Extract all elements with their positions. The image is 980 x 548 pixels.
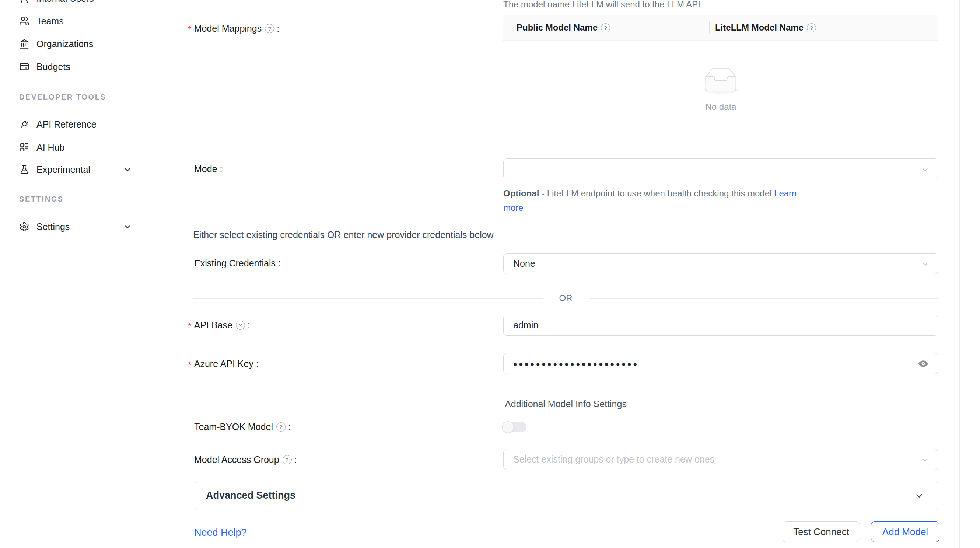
help-circle-icon[interactable]: ? bbox=[283, 455, 292, 464]
sidebar-item-label: Organizations bbox=[37, 39, 93, 49]
sidebar-item-ai-hub[interactable]: AI Hub bbox=[0, 136, 178, 159]
mode-label: Mode : bbox=[194, 163, 223, 175]
gear-icon bbox=[19, 221, 29, 232]
additional-info-divider-text: Additional Model Info Settings bbox=[505, 399, 627, 409]
flask-icon bbox=[19, 164, 29, 175]
user-icon bbox=[19, 0, 29, 4]
azure-api-key-input[interactable]: •••••••••••••••••••••• bbox=[503, 353, 939, 374]
table-header-litellm-model-name: LiteLLM Model Name ? bbox=[709, 22, 816, 33]
no-data-text: No data bbox=[705, 102, 736, 112]
model-mappings-table: Public Model Name ? LiteLLM Model Name ? bbox=[503, 15, 939, 142]
sidebar-item-experimental[interactable]: Experimental bbox=[0, 158, 178, 181]
toggle-knob bbox=[502, 421, 514, 433]
content-right-divider bbox=[959, 0, 960, 548]
sidebar-item-budgets[interactable]: Budgets bbox=[0, 55, 178, 78]
or-divider: OR bbox=[193, 293, 939, 303]
team-byok-label: Team-BYOK Model ? : bbox=[194, 421, 291, 433]
masked-password-value: •••••••••••••••••••••• bbox=[513, 358, 639, 371]
chevron-down-icon bbox=[921, 260, 929, 268]
plug-icon bbox=[19, 119, 29, 129]
required-asterisk: * bbox=[188, 322, 192, 331]
model-mappings-label: * Model Mappings ? : bbox=[188, 22, 279, 34]
team-byok-toggle[interactable] bbox=[502, 422, 527, 432]
sidebar: Internal Users Teams Organizations Budge… bbox=[0, 0, 178, 548]
empty-inbox-icon bbox=[700, 67, 742, 94]
api-base-label: * API Base ? : bbox=[188, 319, 250, 331]
sidebar-item-label: Teams bbox=[37, 16, 64, 27]
sidebar-item-label: AI Hub bbox=[37, 142, 64, 153]
credentials-note: Either select existing credentials OR en… bbox=[193, 229, 494, 240]
sidebar-item-internal-users[interactable]: Internal Users bbox=[0, 0, 178, 10]
additional-info-divider: Additional Model Info Settings bbox=[193, 399, 939, 409]
model-name-helper-text: The model name LiteLLM will send to the … bbox=[503, 0, 700, 10]
help-circle-icon[interactable]: ? bbox=[265, 24, 274, 33]
azure-api-key-label: * Azure API Key : bbox=[188, 358, 259, 370]
advanced-settings-title: Advanced Settings bbox=[206, 490, 296, 501]
eye-icon[interactable] bbox=[917, 358, 929, 370]
existing-credentials-label: Existing Credentials : bbox=[194, 257, 281, 269]
chevron-down-icon bbox=[915, 491, 924, 500]
learn-more-link[interactable]: Learn bbox=[774, 188, 797, 198]
model-access-group-label: Model Access Group ? : bbox=[194, 454, 297, 465]
sidebar-item-label: Budgets bbox=[37, 62, 70, 72]
sidebar-item-settings[interactable]: Settings bbox=[0, 215, 178, 238]
learn-more-link[interactable]: more bbox=[503, 203, 523, 213]
existing-credentials-select[interactable]: None bbox=[503, 253, 939, 274]
sidebar-item-teams[interactable]: Teams bbox=[0, 10, 178, 32]
test-connect-button[interactable]: Test Connect bbox=[783, 521, 860, 542]
sidebar-item-label: Settings bbox=[37, 221, 70, 232]
need-help-link[interactable]: Need Help? bbox=[194, 527, 247, 538]
help-circle-icon[interactable]: ? bbox=[807, 23, 816, 32]
add-model-button[interactable]: Add Model bbox=[871, 521, 939, 542]
sidebar-item-api-reference[interactable]: API Reference bbox=[0, 113, 178, 135]
grid-icon bbox=[19, 142, 29, 153]
select-placeholder: Select existing groups or type to create… bbox=[513, 454, 714, 465]
sidebar-item-label: Experimental bbox=[37, 164, 90, 175]
sidebar-item-label: Internal Users bbox=[37, 0, 94, 4]
help-circle-icon[interactable]: ? bbox=[276, 422, 286, 432]
table-empty-state: No data bbox=[503, 67, 939, 112]
required-asterisk: * bbox=[188, 360, 192, 370]
column-divider bbox=[709, 21, 710, 34]
model-access-group-select[interactable]: Select existing groups or type to create… bbox=[503, 449, 939, 470]
sidebar-section-developer-tools: DEVELOPER TOOLS bbox=[19, 93, 106, 101]
chevron-down-icon bbox=[123, 165, 132, 174]
api-base-input[interactable]: admin bbox=[503, 315, 939, 336]
sidebar-item-label: API Reference bbox=[37, 119, 97, 130]
required-asterisk: * bbox=[188, 25, 192, 34]
help-circle-icon[interactable]: ? bbox=[236, 321, 245, 330]
sidebar-item-organizations[interactable]: Organizations bbox=[0, 32, 178, 55]
or-text: OR bbox=[559, 293, 573, 303]
users-icon bbox=[19, 16, 29, 26]
advanced-settings-panel[interactable]: Advanced Settings bbox=[194, 481, 939, 510]
chevron-down-icon bbox=[921, 456, 929, 464]
mode-helper-text: Optional - LiteLLM endpoint to use when … bbox=[503, 186, 942, 215]
chevron-down-icon bbox=[921, 165, 929, 173]
mode-select[interactable] bbox=[503, 158, 939, 180]
sidebar-section-settings: SETTINGS bbox=[19, 195, 64, 204]
credit-card-icon bbox=[19, 62, 29, 72]
bank-icon bbox=[19, 39, 29, 49]
chevron-down-icon bbox=[123, 222, 132, 231]
table-header-row: Public Model Name ? LiteLLM Model Name ? bbox=[503, 15, 939, 41]
help-circle-icon[interactable]: ? bbox=[601, 23, 610, 32]
table-header-public-model-name: Public Model Name ? bbox=[503, 22, 709, 33]
